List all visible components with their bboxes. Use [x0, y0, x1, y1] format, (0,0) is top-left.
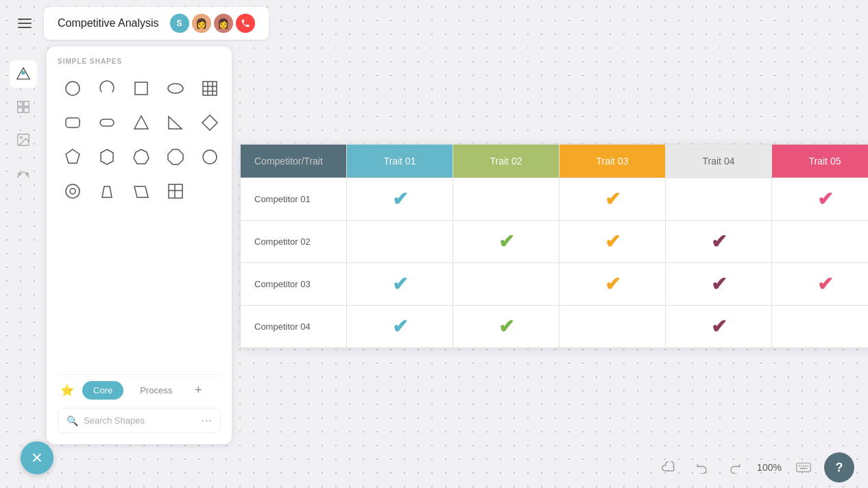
svg-rect-14 [135, 82, 147, 95]
cloud-icon[interactable] [657, 455, 682, 480]
shape-right-triangle[interactable] [160, 108, 191, 138]
checkmark: ✔ [605, 230, 620, 253]
help-button[interactable]: ? [824, 452, 854, 483]
shape-grid-table[interactable] [160, 176, 191, 206]
svg-rect-38 [797, 463, 810, 472]
phone-icon[interactable] [236, 14, 255, 33]
more-icon[interactable]: ⋯ [201, 414, 212, 427]
tab-core[interactable]: Core [82, 381, 123, 400]
c02-trait01 [347, 221, 453, 263]
svg-marker-33 [102, 186, 112, 197]
competitor-02-label: Competitor 02 [241, 221, 347, 263]
sidebar-grid[interactable] [10, 93, 37, 121]
svg-rect-5 [18, 101, 23, 106]
checkmark: ✔ [711, 273, 727, 295]
shape-circle-outline[interactable] [195, 142, 225, 172]
checkmark: ✔ [392, 188, 408, 210]
shape-parallelogram[interactable] [126, 176, 156, 206]
checkmark: ✔ [605, 188, 620, 210]
table-header-row: Competitor/Trait Trait 01 Trait 02 Trait… [241, 145, 869, 178]
shape-heptagon[interactable] [126, 142, 156, 172]
tab-process[interactable]: Process [129, 381, 183, 400]
svg-point-13 [66, 82, 80, 95]
title-box: Competitive Analysis S 👩 👩 [44, 7, 269, 40]
tab-bar: ⭐ Core Process + [58, 374, 221, 400]
sidebar-image[interactable] [10, 126, 37, 154]
shape-arc[interactable] [92, 73, 122, 103]
redo-icon[interactable] [723, 455, 747, 480]
shape-ellipse[interactable] [160, 73, 191, 103]
search-icon: 🔍 [67, 415, 78, 426]
checkmark: ✔ [605, 273, 620, 295]
checkmark: ✔ [817, 188, 833, 210]
c02-trait03: ✔ [559, 221, 666, 263]
shape-triangle[interactable] [126, 108, 156, 138]
search-bar[interactable]: 🔍 Search Shapes ⋯ [58, 408, 221, 433]
tab-star[interactable]: ⭐ [58, 380, 77, 400]
c03-trait05: ✔ [772, 263, 869, 306]
menu-button[interactable] [11, 10, 38, 37]
avatar-s: S [170, 14, 189, 33]
avatar-1: 👩 [192, 14, 211, 33]
svg-marker-28 [134, 149, 149, 164]
c01-trait02 [453, 178, 559, 221]
svg-rect-2 [18, 27, 32, 28]
svg-point-30 [203, 150, 217, 164]
c03-trait03: ✔ [559, 263, 666, 306]
c03-trait04: ✔ [666, 263, 772, 306]
c04-trait03 [559, 306, 666, 348]
svg-point-32 [70, 188, 75, 194]
shapes-grid [58, 73, 221, 206]
svg-marker-25 [202, 115, 217, 130]
shape-octagon[interactable] [160, 142, 191, 172]
fab-button[interactable]: × [21, 441, 53, 474]
c04-trait04: ✔ [666, 306, 772, 348]
shape-pentagon[interactable] [58, 142, 88, 172]
c01-trait03: ✔ [559, 178, 666, 221]
svg-marker-27 [101, 149, 113, 164]
sidebar-shapes[interactable] [10, 60, 37, 88]
svg-rect-1 [18, 23, 32, 24]
svg-point-10 [20, 136, 22, 138]
competitive-table-container: Competitor/Trait Trait 01 Trait 02 Trait… [240, 144, 868, 348]
keyboard-icon[interactable] [791, 455, 816, 480]
checkmark: ✔ [498, 315, 514, 338]
th-competitor-trait: Competitor/Trait [241, 145, 347, 178]
document-title: Competitive Analysis [58, 17, 159, 29]
shape-square[interactable] [126, 73, 156, 103]
competitor-01-label: Competitor 01 [241, 178, 347, 221]
tab-add-button[interactable]: + [189, 380, 208, 400]
shape-rounded-rect[interactable] [58, 108, 88, 138]
c02-trait05 [772, 221, 869, 263]
undo-icon[interactable] [690, 455, 714, 480]
svg-rect-8 [24, 108, 29, 112]
checkmark: ✔ [711, 315, 727, 338]
svg-rect-6 [24, 101, 29, 106]
th-trait03: Trait 03 [559, 145, 666, 178]
search-placeholder: Search Shapes [84, 415, 195, 426]
shape-pill[interactable] [92, 108, 122, 138]
svg-marker-26 [66, 149, 80, 163]
checkmark: ✔ [392, 315, 408, 338]
svg-point-31 [66, 184, 80, 198]
shape-diamond[interactable] [195, 108, 225, 138]
svg-rect-7 [18, 108, 23, 112]
checkmark: ✔ [498, 230, 514, 253]
table-row: Competitor 04 ✔ ✔ ✔ [241, 306, 869, 348]
bottom-bar: 100% ? [0, 447, 868, 488]
competitor-04-label: Competitor 04 [241, 306, 347, 348]
c04-trait02: ✔ [453, 306, 559, 348]
shape-circle[interactable] [58, 73, 88, 103]
shape-circle-2[interactable] [58, 176, 88, 206]
shape-hexagon[interactable] [92, 142, 122, 172]
svg-rect-16 [203, 82, 217, 95]
checkmark: ✔ [817, 273, 833, 295]
sidebar-curves[interactable] [10, 159, 37, 186]
checkmark: ✔ [392, 273, 408, 295]
shape-trapezoid[interactable] [92, 176, 122, 206]
svg-rect-22 [100, 119, 114, 126]
svg-rect-0 [18, 19, 32, 20]
shape-table[interactable] [195, 73, 225, 103]
c03-trait01: ✔ [347, 263, 453, 306]
c01-trait04 [666, 178, 772, 221]
